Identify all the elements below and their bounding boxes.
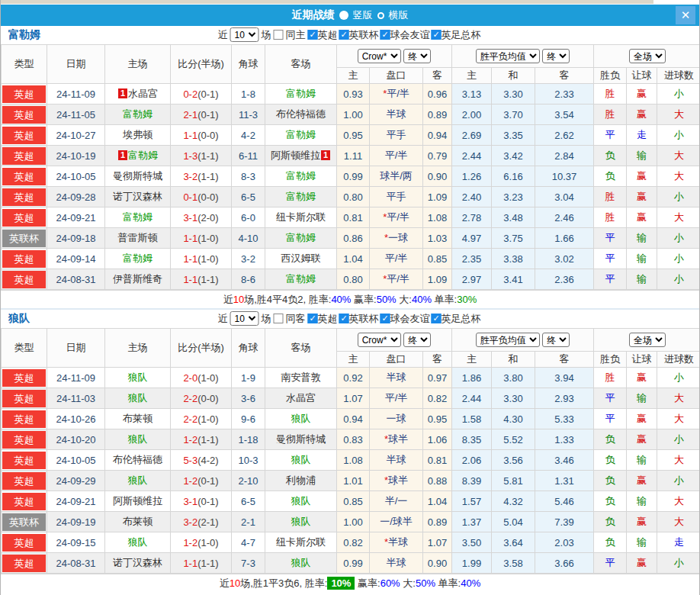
match-count-select[interactable]: 10 (230, 27, 259, 42)
near-label: 近 (218, 28, 228, 42)
same-venue-label: 同客 (286, 312, 306, 326)
league-type-badge: 英超 (2, 147, 46, 165)
home-team: 1水晶宫 (105, 84, 171, 105)
away-odds: 0.96 (423, 84, 452, 105)
col-away: 客场 (265, 45, 337, 84)
col-score: 比分(半场) (171, 329, 232, 368)
result-outcome: 平 (594, 553, 627, 574)
match-date: 24-11-03 (47, 388, 105, 409)
away-odds: 1.04 (423, 491, 452, 512)
league-type-badge: 英超 (2, 534, 46, 552)
scope-select[interactable]: 全场 (629, 49, 666, 63)
avg-lose: 2.84 (535, 146, 594, 166)
league-type-cell: 英超 (2, 388, 47, 409)
avg-win: 2.97 (452, 269, 492, 290)
league-type-cell: 英超 (2, 105, 47, 125)
match-row: 英超24-10-26布莱顿2-2(1-0)9-6狼队0.94一球0.951.58… (2, 409, 700, 429)
handicap: 平/半 (370, 249, 423, 269)
corner-score: 2-10 (232, 471, 265, 491)
league-checkbox[interactable] (339, 314, 349, 323)
corner-score: 6-5 (232, 187, 265, 207)
home-odds: 0.85 (337, 491, 370, 512)
home-team: 狼队 (105, 471, 171, 491)
team-label: 水晶宫 (286, 392, 316, 404)
team-label: 布莱顿 (123, 516, 153, 527)
match-date: 24-09-29 (47, 471, 105, 491)
result-handicap: 赢 (627, 166, 657, 187)
corner-score: 1-9 (232, 368, 265, 388)
league-checkbox[interactable] (339, 30, 349, 40)
team-label: 狼队 (128, 474, 148, 486)
vertical-layout-label[interactable]: 竖版 (353, 8, 373, 22)
result-goals: 小 (657, 269, 700, 290)
away-odds: 1.06 (423, 429, 452, 450)
horizontal-layout-radio[interactable] (377, 12, 384, 19)
result-handicap: 赢 (627, 207, 657, 228)
team-label: 利物浦 (286, 474, 316, 486)
team-label: 狼队 (128, 392, 148, 404)
result-goals: 小 (657, 84, 700, 105)
league-checkbox[interactable] (381, 314, 390, 323)
match-date: 24-09-18 (47, 228, 105, 249)
col-away: 客场 (265, 329, 337, 368)
match-count-select[interactable]: 10 (230, 311, 259, 326)
league-checkbox[interactable] (432, 30, 442, 40)
match-row: 英联杯24-09-18普雷斯顿1-1(1-0)4-10富勒姆0.86*一球1.0… (2, 228, 700, 249)
league-type-cell: 英超 (2, 471, 47, 491)
bookmaker-select[interactable]: Crow* (358, 49, 401, 63)
away-team: 狼队 (265, 409, 337, 429)
bookmaker-select[interactable]: Crow* (358, 333, 401, 347)
result-goals: 小 (657, 471, 700, 491)
avg-win: 3.50 (452, 532, 492, 553)
avg-time-select[interactable]: 终 (542, 333, 570, 347)
subcol-away-odds: 客 (423, 68, 452, 84)
home-team: 诺丁汉森林 (105, 187, 171, 207)
result-goals: 大 (657, 166, 700, 187)
match-row: 英超24-08-31伊普斯维奇1-1(1-1)8-6富勒姆0.80*平/半1.0… (2, 269, 700, 290)
home-team: 普雷斯顿 (105, 228, 171, 249)
avg-time-select[interactable]: 终 (542, 49, 570, 63)
avg-group-header: 胜平负均值 终 (452, 329, 594, 352)
league-label: 球会友谊 (390, 313, 430, 324)
scope-select[interactable]: 全场 (629, 333, 666, 347)
away-team: 狼队 (265, 553, 337, 574)
close-button[interactable]: ✕ (676, 6, 695, 24)
home-team: 狼队 (105, 388, 171, 409)
horizontal-layout-label[interactable]: 横版 (389, 8, 409, 22)
league-type-badge: 英超 (2, 271, 46, 288)
avg-draw: 3.42 (492, 146, 535, 166)
team-label: 富勒姆 (286, 191, 316, 202)
team-label: 纽卡斯尔联 (276, 211, 326, 223)
match-date: 24-09-21 (47, 491, 105, 512)
avg-select[interactable]: 胜平负均值 (476, 333, 540, 347)
match-row: 英超24-11-05富勒姆2-1(0-1)11-3布伦特福德1.00半球0.89… (2, 105, 700, 125)
handicap: 一球 (370, 409, 423, 429)
league-checkbox[interactable] (308, 30, 318, 40)
avg-draw: 3.58 (492, 553, 535, 574)
avg-select[interactable]: 胜平负均值 (476, 49, 540, 63)
match-row: 英超24-09-15狼队1-2(1-0)4-7纽卡斯尔联0.82*半球1.073… (2, 532, 700, 553)
vertical-layout-radio[interactable] (339, 11, 348, 20)
subcol-outcome: 胜负 (594, 352, 627, 368)
corner-score: 11-3 (232, 105, 265, 125)
odds-time-select[interactable]: 终 (403, 333, 431, 347)
score-cell: 1-2(0-1) (171, 471, 232, 491)
match-date: 24-10-05 (47, 166, 105, 187)
league-checkbox[interactable] (432, 314, 442, 323)
same-venue-checkbox[interactable] (274, 30, 284, 40)
odds-time-select[interactable]: 终 (403, 49, 431, 63)
league-type-cell: 英超 (2, 491, 47, 512)
corner-score: 6-0 (232, 207, 265, 228)
team-label: 狼队 (128, 371, 148, 383)
league-checkbox[interactable] (381, 30, 390, 40)
league-type-cell: 英联杯 (2, 228, 47, 249)
home-team: 狼队 (105, 429, 171, 450)
same-venue-checkbox[interactable] (274, 314, 284, 323)
score-cell: 2-2(1-0) (171, 409, 232, 429)
away-odds: 0.88 (423, 471, 452, 491)
result-handicap: 输 (627, 269, 657, 290)
avg-draw: 3.70 (492, 105, 535, 125)
away-team: 阿斯顿维拉1 (265, 146, 337, 166)
home-team: 狼队 (105, 368, 171, 388)
league-checkbox[interactable] (308, 314, 318, 323)
